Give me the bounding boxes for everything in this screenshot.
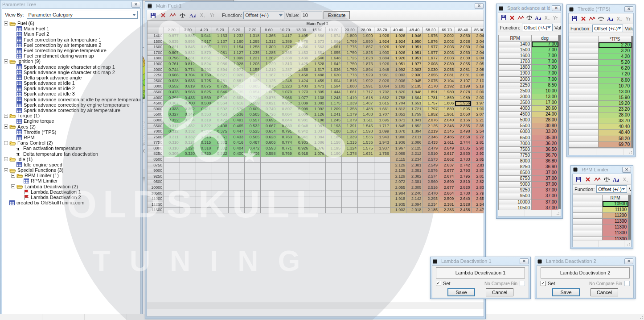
row-header[interactable]: 5000 <box>148 106 164 112</box>
row-header[interactable]: 8000 <box>499 158 532 164</box>
table-cell[interactable]: 17.00 <box>532 100 558 105</box>
table-cell[interactable]: 11300 <box>603 224 628 230</box>
lambda1-titlebar[interactable]: Lambda Deactivation 1 ✕ <box>431 257 530 265</box>
table-cell[interactable]: 2.234 <box>406 157 422 163</box>
row-header[interactable]: 4000 <box>499 106 532 112</box>
table-cell[interactable]: 1.187 <box>261 73 277 79</box>
table-cell[interactable]: 2.649 <box>439 145 455 151</box>
expander-icon[interactable] <box>4 114 8 118</box>
row-header[interactable]: 8500 <box>499 170 532 176</box>
table-cell[interactable]: 1.229 <box>261 61 277 67</box>
table-cell[interactable]: 1.695 <box>374 117 390 123</box>
table-cell[interactable]: 2.104 <box>439 78 455 84</box>
table-cell[interactable]: 37.00 <box>532 193 558 199</box>
table-cell[interactable]: 1.313 <box>277 61 293 67</box>
table-cell[interactable]: 0.781 <box>212 78 228 84</box>
tree-item[interactable]: Main Fuel 2 <box>2 31 140 37</box>
table-cell[interactable]: 1.082 <box>309 101 325 107</box>
table-cell[interactable]: 1.951 <box>406 50 422 56</box>
table-cell[interactable]: 0.667 <box>261 123 277 129</box>
table-cell[interactable]: 1.338 <box>277 56 293 62</box>
table-cell[interactable]: 1.318 <box>244 33 260 39</box>
table-cell[interactable]: 2.433 <box>422 140 439 146</box>
row-header[interactable]: 5500 <box>148 112 164 118</box>
col-header[interactable]: 3.20 <box>180 27 196 33</box>
table-cell[interactable]: 0.327 <box>164 112 180 118</box>
table-cell[interactable]: 1.309 <box>261 45 277 50</box>
table-cell[interactable]: 0.986 <box>212 61 228 67</box>
table-cell[interactable]: 1.937 <box>374 145 390 151</box>
row-header[interactable]: 7000 <box>148 129 164 135</box>
tree-item[interactable]: Lambda Deactivation (2) <box>2 184 140 189</box>
row-header[interactable] <box>573 213 603 219</box>
table-cell[interactable]: 0.763 <box>277 134 293 140</box>
trace-graph-icon[interactable] <box>168 12 177 19</box>
table-cell[interactable]: 0.918 <box>293 151 309 157</box>
row-header[interactable] <box>569 54 599 60</box>
table-cell[interactable]: 0.771 <box>277 145 293 151</box>
table-cell[interactable]: 1.948 <box>374 67 390 73</box>
table-cell[interactable]: 0.881 <box>228 78 244 84</box>
table-cell[interactable]: 2.003 <box>422 61 439 67</box>
table-cell[interactable]: 0.791 <box>277 129 293 135</box>
table-cell[interactable]: 10.00 <box>532 88 558 94</box>
table-cell[interactable]: 2.041 <box>471 56 484 62</box>
tree-item[interactable]: Spark advance at idle 1 <box>2 80 140 86</box>
table-cell[interactable]: 1.631 <box>358 151 374 157</box>
table-cell[interactable]: 1.775 <box>341 45 357 50</box>
table-cell[interactable]: 2.677 <box>439 185 455 191</box>
expander-icon[interactable] <box>4 59 8 63</box>
table-cell[interactable]: 1.884 <box>374 56 390 62</box>
table-cell[interactable]: 1.419 <box>341 95 357 101</box>
table-cell[interactable]: 1.243 <box>325 95 341 101</box>
table-cell[interactable]: 1.245 <box>325 117 341 123</box>
table-cell[interactable]: 2.742 <box>455 162 471 168</box>
table-cell[interactable]: 2.611 <box>439 140 455 146</box>
table-cell[interactable]: 36.80 <box>532 158 558 164</box>
table-cell[interactable]: 2.040 <box>471 39 484 45</box>
table-cell[interactable]: 0.466 <box>244 151 260 157</box>
table-cell[interactable]: 2.129 <box>390 174 406 179</box>
table-cell[interactable]: 0.333 <box>164 106 180 112</box>
table-cell[interactable]: 0.447 <box>228 129 244 135</box>
table-cell[interactable]: 7.00 <box>532 76 558 82</box>
table-cell[interactable]: 2.055 <box>471 61 484 67</box>
table-cell[interactable]: 1.977 <box>406 61 422 67</box>
table-cell[interactable]: 1.339 <box>341 101 357 107</box>
table-cell[interactable]: 1.951 <box>406 56 422 62</box>
table-cell[interactable]: 2.470 <box>422 191 439 196</box>
table-cell[interactable]: 2.138 <box>390 168 406 174</box>
table-cell[interactable]: 1.424 <box>293 78 309 84</box>
table-cell[interactable]: 0.500 <box>196 101 212 107</box>
table-cell[interactable]: 33.70 <box>599 118 632 124</box>
tree-item[interactable]: Ignition (9) <box>2 58 140 64</box>
table-cell[interactable]: 1.980 <box>390 134 406 140</box>
table-cell[interactable]: 7.00 <box>532 47 558 53</box>
table-cell[interactable]: 1.900 <box>358 33 374 39</box>
table-cell[interactable]: 0.375 <box>212 129 228 135</box>
row-header[interactable]: 6000 <box>148 117 164 123</box>
table-cell[interactable]: 2.674 <box>439 174 455 179</box>
table-cell[interactable]: 2.823 <box>471 179 484 185</box>
table-cell[interactable]: 1.662 <box>374 95 390 101</box>
row-header[interactable] <box>569 89 599 95</box>
table-cell[interactable]: 0.320 <box>180 151 196 157</box>
table-cell[interactable]: 1.511 <box>358 117 374 123</box>
table-cell[interactable]: 1.540 <box>309 56 325 62</box>
table-cell[interactable]: 1.158 <box>325 140 341 146</box>
tree-item[interactable]: Delta spark advance angle <box>2 75 140 80</box>
table-cell[interactable]: 0.552 <box>164 84 180 90</box>
expander-icon[interactable] <box>4 125 8 129</box>
table-cell[interactable]: 2.479 <box>471 208 484 213</box>
row-header[interactable] <box>569 60 599 66</box>
table-cell[interactable]: 1.984 <box>390 191 406 196</box>
table-cell[interactable]: 2.902 <box>471 151 484 157</box>
table-cell[interactable]: 0.769 <box>277 151 293 157</box>
table-cell[interactable]: 0.966 <box>277 95 293 101</box>
table-cell[interactable]: 0.433 <box>228 134 244 140</box>
table-cell[interactable]: 0.332 <box>212 151 228 157</box>
table-cell[interactable]: 1.117 <box>244 73 260 79</box>
tree-item[interactable]: Main Fuel 1 <box>2 26 140 31</box>
table-cell[interactable]: 1.155 <box>244 67 260 73</box>
expander-icon[interactable] <box>4 21 8 25</box>
